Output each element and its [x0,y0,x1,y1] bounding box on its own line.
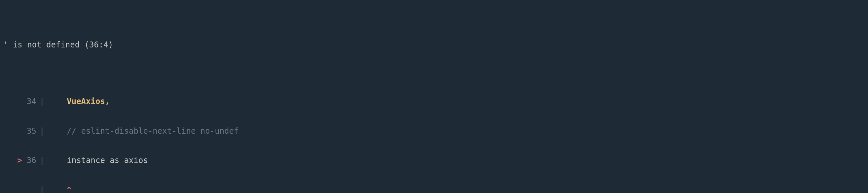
line-gutter: > 36 [3,155,36,166]
code-line: | ^ [3,185,868,193]
gutter-pipe: | [36,126,48,137]
gutter-pipe: | [36,155,48,166]
code-line: 34| VueAxios, [3,96,868,107]
code-block: 34| VueAxios, 35| // eslint-disable-next… [0,68,868,193]
gutter-pipe: | [36,185,48,193]
line-gutter: 35 [3,126,36,137]
error-arrow-icon: > [17,156,27,165]
error-title: ' is not defined (36:4) [0,37,868,49]
caret-icon: ^ [67,185,71,193]
line-gutter: 34 [3,96,36,107]
code-line: > 36| instance as axios [3,155,868,166]
code-content: VueAxios, [48,96,868,107]
code-content: instance as axios [48,155,868,166]
code-content: // eslint-disable-next-line no-undef [48,126,868,137]
code-content: ^ [48,185,868,193]
code-line: 35| // eslint-disable-next-line no-undef [3,126,868,137]
gutter-pipe: | [36,96,48,107]
line-gutter [3,185,36,193]
